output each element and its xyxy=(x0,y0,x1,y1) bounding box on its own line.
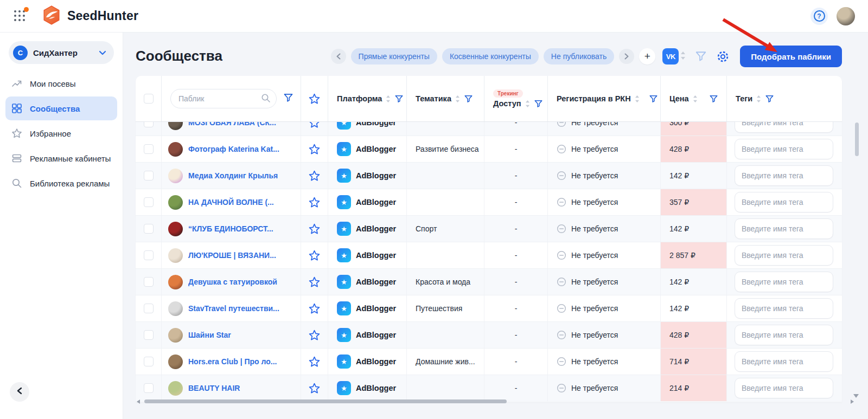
sidebar-collapse-button[interactable] xyxy=(10,382,29,402)
segment-chip[interactable]: Косвенные конкуренты xyxy=(442,48,539,65)
platform-label: AdBlogger xyxy=(356,251,396,260)
select-publics-button[interactable]: Подобрать паблики xyxy=(740,46,842,67)
sidebar-item-my-seedings[interactable]: Мои посевы xyxy=(5,72,117,95)
topic-column-header[interactable]: Тематика xyxy=(407,76,484,121)
rkn-status-label: Не требуется xyxy=(571,384,618,392)
community-name-link[interactable]: ЛЮ'КРОШЕ | ВЯЗАНИ... xyxy=(188,251,276,260)
tags-column-header[interactable]: Теги xyxy=(727,76,842,121)
row-checkbox[interactable] xyxy=(144,277,154,287)
workspace-switcher[interactable]: C СидХантер xyxy=(9,41,114,64)
favorite-star-button[interactable] xyxy=(301,322,328,348)
tag-input[interactable] xyxy=(735,351,833,372)
filter-funnel-button[interactable] xyxy=(695,51,707,62)
favorite-star-button[interactable] xyxy=(301,375,328,401)
star-icon xyxy=(309,223,320,235)
community-name-link[interactable]: Hors.era Club | Про ло... xyxy=(188,357,277,366)
rkn-column-header[interactable]: Регистрация в РКН xyxy=(548,76,661,121)
rkn-status-label: Не требуется xyxy=(571,251,618,260)
community-name-link[interactable]: НА ДАЧНОЙ ВОЛНЕ (... xyxy=(188,198,274,207)
horizontal-scrollbar[interactable] xyxy=(137,399,854,404)
tag-input[interactable] xyxy=(735,378,833,398)
row-checkbox[interactable] xyxy=(144,197,154,207)
sidebar-item-ad-library[interactable]: Библиотека рекламы xyxy=(5,171,117,195)
minus-circle-icon xyxy=(557,330,566,340)
tag-input[interactable] xyxy=(735,139,833,159)
row-checkbox[interactable] xyxy=(144,122,154,127)
community-name-link[interactable]: Медиа Холдинг Крылья xyxy=(188,171,278,180)
table-row: Девушка с татуировкой ★ AdBlogger Красот… xyxy=(136,269,842,295)
row-checkbox[interactable] xyxy=(144,144,154,154)
favorite-star-button[interactable] xyxy=(301,349,328,375)
community-name-link[interactable]: BEAUTY HAIR xyxy=(188,384,240,392)
favorite-star-button[interactable] xyxy=(301,122,328,136)
tag-input[interactable] xyxy=(735,298,833,319)
add-segment-button[interactable]: + xyxy=(639,48,655,65)
tag-input[interactable] xyxy=(735,165,833,186)
settings-button[interactable] xyxy=(716,50,730,63)
tag-input[interactable] xyxy=(735,272,833,292)
tag-input[interactable] xyxy=(735,325,833,345)
price-column-header[interactable]: Цена xyxy=(661,76,727,121)
platform-label: AdBlogger xyxy=(356,331,396,339)
favorite-star-button[interactable] xyxy=(301,295,328,321)
sidebar-item-ad-accounts[interactable]: Рекламные кабинеты xyxy=(5,146,117,170)
filter-funnel-icon[interactable] xyxy=(534,100,543,108)
chips-scroll-right-button[interactable] xyxy=(619,49,634,64)
brand[interactable]: SeedHunter xyxy=(41,5,138,28)
tag-input[interactable] xyxy=(735,218,833,239)
apps-grid-icon[interactable] xyxy=(13,9,27,23)
horizontal-scrollbar-thumb[interactable] xyxy=(144,399,507,403)
select-all-checkbox[interactable] xyxy=(144,94,154,104)
public-filter-button[interactable] xyxy=(283,93,293,104)
row-checkbox[interactable] xyxy=(144,330,154,340)
favorites-column-header[interactable] xyxy=(301,76,328,121)
minus-circle-icon xyxy=(557,304,566,313)
community-name-link[interactable]: Шайни Star xyxy=(188,331,231,339)
user-avatar[interactable] xyxy=(837,7,855,25)
scroll-down-arrow-icon[interactable] xyxy=(853,394,859,398)
favorite-star-button[interactable] xyxy=(301,163,328,189)
community-name-link[interactable]: Фотограф Katerina Kat... xyxy=(188,145,279,153)
scroll-left-arrow-icon[interactable] xyxy=(137,399,140,404)
segment-chip[interactable]: Прямые конкуренты xyxy=(351,48,437,65)
community-avatar xyxy=(168,222,183,236)
topbar: SeedHunter ? xyxy=(0,0,868,33)
favorite-star-button[interactable] xyxy=(301,269,328,295)
row-checkbox[interactable] xyxy=(144,383,154,393)
filter-funnel-icon[interactable] xyxy=(709,95,718,103)
topic-label: Красота и мода xyxy=(416,278,470,286)
filter-funnel-icon[interactable] xyxy=(394,95,404,103)
row-checkbox[interactable] xyxy=(144,304,154,313)
community-name-link[interactable]: МОЗГОВАЯ ЛАВА (СК... xyxy=(188,122,276,127)
sidebar-item-favorites[interactable]: Избранное xyxy=(5,121,117,145)
row-checkbox[interactable] xyxy=(144,357,154,366)
favorite-star-button[interactable] xyxy=(301,216,328,242)
platform-column-header[interactable]: Платформа xyxy=(328,76,407,121)
help-button[interactable]: ? xyxy=(810,8,828,25)
filter-funnel-icon[interactable] xyxy=(765,95,774,103)
chips-scroll-left-button[interactable] xyxy=(331,49,346,64)
tag-input[interactable] xyxy=(735,245,833,266)
sidebar-item-communities[interactable]: Сообщества xyxy=(5,96,117,120)
favorite-star-button[interactable] xyxy=(301,136,328,162)
community-name-link[interactable]: “КЛУБ ЕДИНОБОРСТ... xyxy=(188,224,273,233)
vertical-scrollbar-thumb[interactable] xyxy=(855,123,859,156)
community-name-link[interactable]: StavTravel путешестви... xyxy=(188,304,279,313)
scroll-right-arrow-icon[interactable] xyxy=(851,399,854,404)
tag-input[interactable] xyxy=(735,122,833,133)
row-checkbox[interactable] xyxy=(144,224,154,234)
table-row: НА ДАЧНОЙ ВОЛНЕ (... ★ AdBlogger - Не тр… xyxy=(136,189,842,216)
star-icon xyxy=(309,250,320,261)
row-checkbox[interactable] xyxy=(144,250,154,260)
row-checkbox[interactable] xyxy=(144,171,154,181)
vk-platform-filter[interactable]: VK xyxy=(662,48,686,65)
tag-input[interactable] xyxy=(735,192,833,212)
favorite-star-button[interactable] xyxy=(301,189,328,215)
segment-chip[interactable]: Не публиковать xyxy=(544,48,614,65)
access-column-header[interactable]: Трекинг Доступ xyxy=(484,76,548,121)
favorite-star-button[interactable] xyxy=(301,242,328,268)
filter-funnel-icon[interactable] xyxy=(649,95,658,103)
filter-funnel-icon[interactable] xyxy=(464,95,473,103)
community-name-link[interactable]: Девушка с татуировкой xyxy=(188,278,277,286)
vk-icon: VK xyxy=(662,48,679,65)
